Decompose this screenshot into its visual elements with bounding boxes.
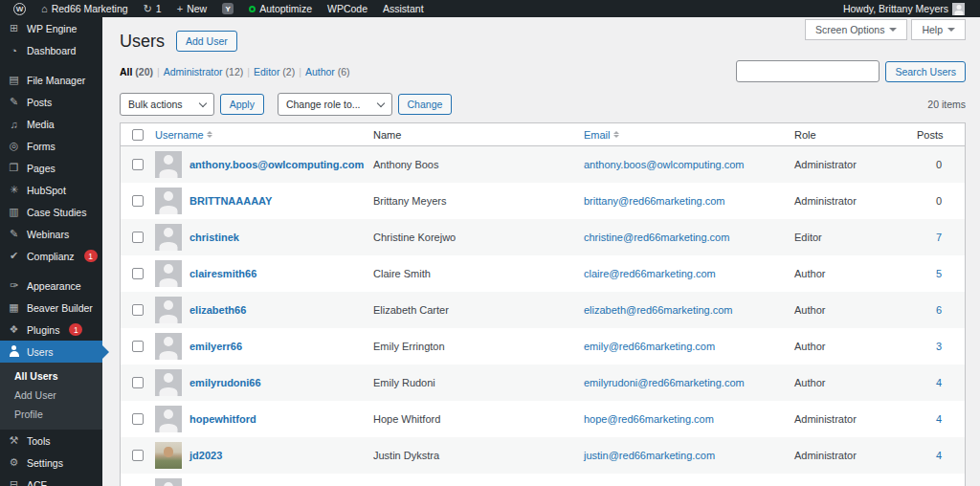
email-link[interactable]: claire@red66marketing.com: [584, 268, 716, 279]
change-role-selected-value: Change role to...: [286, 99, 361, 110]
table-row: jd2023Justin Dykstrajustin@red66marketin…: [121, 437, 965, 474]
sidebar-item-webinars[interactable]: ✎Webinars: [0, 223, 102, 245]
email-link[interactable]: justin@red66marketing.com: [584, 450, 715, 461]
name-column-header: Name: [373, 129, 584, 141]
row-checkbox[interactable]: [132, 377, 144, 388]
yoast-menu[interactable]: Y: [216, 0, 239, 17]
filter-all[interactable]: All (20): [120, 66, 153, 77]
email-link[interactable]: christine@red66marketing.com: [584, 232, 729, 243]
sidebar-item-appearance[interactable]: ✑Appearance: [0, 275, 102, 297]
sidebar-item-label: Pages: [27, 163, 56, 174]
email-link[interactable]: elizabeth@red66marketing.com: [584, 304, 732, 316]
submenu-item-add-user[interactable]: Add User: [0, 386, 102, 405]
sidebar-item-label: Beaver Builder: [27, 302, 93, 314]
sidebar-item-acf[interactable]: ⊟ACF: [0, 474, 102, 486]
updates-menu[interactable]: ↻ 1: [138, 0, 167, 17]
apply-button[interactable]: Apply: [220, 94, 264, 115]
email-link[interactable]: emily@red66marketing.com: [584, 341, 715, 352]
main-content: Screen Options Help Users Add User All (…: [102, 17, 980, 486]
add-user-button[interactable]: Add User: [176, 31, 237, 52]
sidebar-item-forms[interactable]: ◎Forms: [0, 135, 102, 157]
bulk-actions-select[interactable]: Bulk actions: [120, 93, 214, 116]
posts-count-link[interactable]: 4: [936, 413, 942, 425]
name-cell: Emily Errington: [373, 341, 584, 352]
sidebar-item-plugins[interactable]: ❖Plugins1: [0, 319, 102, 341]
submenu-item-profile[interactable]: Profile: [0, 405, 102, 424]
posts-cell: 7: [917, 232, 965, 243]
change-button[interactable]: Change: [398, 94, 453, 115]
posts-count-link[interactable]: 7: [936, 232, 942, 243]
filter-count: (6): [338, 66, 350, 77]
posts-cell: 0: [917, 159, 965, 170]
search-users-input[interactable]: [736, 60, 880, 82]
row-checkbox[interactable]: [132, 304, 144, 316]
autoptimize-menu[interactable]: Autoptimize: [243, 0, 318, 17]
posts-count-link[interactable]: 4: [936, 450, 942, 461]
sort-by-username[interactable]: Username: [155, 128, 212, 141]
row-checkbox[interactable]: [132, 413, 144, 425]
username-link[interactable]: elizabeth66: [189, 304, 246, 316]
table-row: anthony.boos@owlcomputing.comAnthony Boo…: [121, 146, 965, 183]
account-avatar: [952, 3, 965, 15]
sidebar-item-wp-engine[interactable]: ⊞WP Engine: [0, 17, 102, 39]
email-link[interactable]: hope@red66marketing.com: [584, 413, 714, 425]
filter-administrator[interactable]: Administrator (12): [164, 66, 243, 77]
change-role-select[interactable]: Change role to...: [278, 93, 392, 116]
sidebar-item-label: HubSpot: [27, 185, 66, 196]
howdy-account-menu[interactable]: Howdy, Brittany Meyers: [837, 0, 970, 17]
email-cell: christine@red66marketing.com: [584, 232, 794, 243]
username-cell: clairesmith66: [155, 260, 373, 287]
sidebar-item-beaver-builder[interactable]: ▦Beaver Builder: [0, 297, 102, 319]
email-link[interactable]: emilyrudoni@red66marketing.com: [584, 377, 745, 388]
sidebar-item-users[interactable]: Users: [0, 341, 102, 363]
sidebar-item-label: Media: [27, 119, 55, 130]
posts-cell: 6: [917, 304, 965, 316]
email-link[interactable]: anthony.boos@owlcomputing.com: [584, 159, 745, 170]
sidebar-item-posts[interactable]: ✎Posts: [0, 91, 102, 113]
username-link[interactable]: clairesmith66: [189, 268, 256, 279]
sidebar-item-hubspot[interactable]: ✳HubSpot: [0, 179, 102, 201]
username-link[interactable]: christinek: [189, 232, 239, 243]
username-link[interactable]: emilyerr66: [189, 341, 242, 352]
posts-count-link[interactable]: 6: [936, 304, 942, 316]
submenu-item-all-users[interactable]: All Users: [0, 366, 102, 386]
help-button[interactable]: Help: [911, 19, 966, 40]
sidebar-item-settings[interactable]: ⚙Settings: [0, 452, 102, 474]
row-checkbox[interactable]: [132, 195, 144, 207]
row-checkbox[interactable]: [132, 159, 144, 170]
username-link[interactable]: anthony.boos@owlcomputing.com: [189, 159, 364, 170]
row-checkbox[interactable]: [132, 268, 144, 279]
filter-author[interactable]: Author (6): [305, 66, 350, 77]
username-link[interactable]: emilyrudoni66: [189, 377, 261, 388]
wpcode-menu[interactable]: WPCode: [322, 0, 373, 17]
row-checkbox[interactable]: [132, 450, 144, 461]
site-name-menu[interactable]: ⌂ Red66 Marketing: [35, 0, 134, 17]
sidebar-item-file-manager[interactable]: ▤File Manager: [0, 69, 102, 91]
row-checkbox[interactable]: [132, 232, 144, 243]
users-table: Username Name Email Role Posts anthony.b…: [120, 122, 966, 486]
row-checkbox[interactable]: [132, 341, 144, 352]
posts-count-link[interactable]: 3: [936, 341, 942, 352]
username-link[interactable]: jd2023: [189, 450, 222, 461]
posts-count-link[interactable]: 5: [936, 268, 942, 279]
username-link[interactable]: hopewhitford: [189, 413, 256, 425]
sidebar-item-media[interactable]: ♫Media: [0, 113, 102, 135]
posts-count-link[interactable]: 4: [936, 377, 942, 388]
search-users-button[interactable]: Search Users: [885, 61, 966, 82]
sidebar-item-pages[interactable]: ❐Pages: [0, 157, 102, 179]
email-link[interactable]: brittany@red66marketing.com: [584, 195, 725, 207]
sort-by-email[interactable]: Email: [584, 128, 619, 141]
select-all-checkbox[interactable]: [132, 129, 144, 141]
assistant-menu[interactable]: Assistant: [377, 0, 430, 17]
sidebar-item-tools[interactable]: ⚒Tools: [0, 430, 102, 452]
username-link[interactable]: BRITTNAAAAAY: [189, 195, 272, 207]
sidebar-item-complianz[interactable]: ✔Complianz1: [0, 245, 102, 267]
screen-options-button[interactable]: Screen Options: [805, 19, 907, 40]
row-checkbox-cell: [121, 159, 155, 170]
wordpress-logo-menu[interactable]: W: [8, 0, 32, 17]
sidebar-item-case-studies[interactable]: ▥Case Studies: [0, 201, 102, 223]
new-content-menu[interactable]: + New: [171, 0, 212, 17]
filter-editor[interactable]: Editor (2): [254, 66, 295, 77]
sidebar-item-dashboard[interactable]: ◔Dashboard: [0, 39, 102, 61]
user-avatar: [155, 478, 182, 486]
